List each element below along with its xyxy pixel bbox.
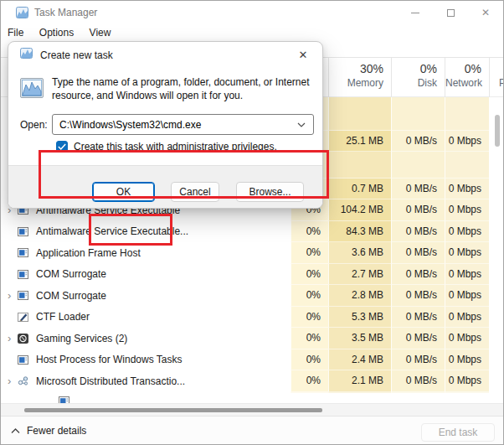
cpu-value: 0% xyxy=(291,328,328,349)
fewer-details-label: Fewer details xyxy=(27,425,86,437)
row-filler xyxy=(489,242,504,264)
process-name: COM Surrogate xyxy=(36,290,106,302)
cpu-value: 0% xyxy=(291,242,328,264)
process-name: Microsoft Distributed Transactio... xyxy=(36,375,185,387)
memory-value xyxy=(328,152,391,179)
process-name-cell: ›COM Surrogate xyxy=(1,285,291,307)
network-value xyxy=(445,392,489,393)
dialog-close-button[interactable]: ✕ xyxy=(291,44,316,65)
process-name: Application Frame Host xyxy=(36,247,141,259)
menu-options[interactable]: Options xyxy=(39,25,74,41)
cpu-value: 0% xyxy=(291,285,328,307)
process-row[interactable]: COM Surrogate0%2.7 MB0 MB/s0 Mbps xyxy=(1,264,504,286)
process-row[interactable] xyxy=(1,392,504,403)
maximize-button[interactable] xyxy=(436,1,465,24)
chevron-right-icon[interactable]: › xyxy=(1,375,18,387)
disk-value: 0 MB/s xyxy=(391,221,445,243)
disk-value: 0 MB/s xyxy=(391,264,445,286)
process-row[interactable]: CTF Loader0%5.3 MB0 MB/s0 Mbps xyxy=(1,307,504,329)
open-label: Open: xyxy=(20,119,48,131)
network-value: 0 Mbps xyxy=(445,131,489,152)
window-icon xyxy=(18,291,31,300)
cpu-value xyxy=(291,392,328,393)
column-header-memory[interactable]: 30% Memory xyxy=(328,58,391,97)
window-icon xyxy=(59,396,72,403)
footer-bar: Fewer details End task xyxy=(1,416,504,445)
disk-value: 0 MB/s xyxy=(391,199,445,221)
disk-value xyxy=(391,97,445,131)
process-row[interactable]: ›Microsoft Distributed Transactio...0%2.… xyxy=(1,370,504,392)
memory-value: 84.3 MB xyxy=(328,221,391,243)
window-icon xyxy=(18,270,31,279)
disk-value: 0 MB/s xyxy=(391,370,445,392)
cpu-value: 0% xyxy=(291,349,328,371)
network-value: 0 Mbps xyxy=(445,264,489,286)
chevron-right-icon[interactable]: › xyxy=(1,332,18,344)
network-value: 0 Mbps xyxy=(445,221,489,243)
process-name: CTF Loader xyxy=(36,311,90,323)
cpu-value: 0% xyxy=(291,307,328,329)
network-value: 0 Mbps xyxy=(445,328,489,349)
row-filler xyxy=(489,285,504,307)
row-filler xyxy=(489,221,504,243)
process-row[interactable]: ›Gaming Services (2)0%3.5 MB0 MB/s0 Mbps xyxy=(1,328,504,349)
process-name-cell: ›Gaming Services (2) xyxy=(1,328,291,349)
process-row[interactable]: Host Process for Windows Tasks0%2.4 MB0 … xyxy=(1,349,504,371)
process-name: Host Process for Windows Tasks xyxy=(36,354,183,365)
network-value: 0 Mbps xyxy=(445,179,489,199)
fewer-details-toggle[interactable]: Fewer details xyxy=(11,425,86,437)
column-header-power-partial[interactable]: P xyxy=(489,58,504,97)
end-task-button[interactable]: End task xyxy=(421,423,495,442)
cpu-value: 0% xyxy=(291,264,328,286)
minimize-button[interactable] xyxy=(401,1,429,24)
window-title: Task Manager xyxy=(34,7,97,18)
memory-value: 104.2 MB xyxy=(328,199,391,221)
horizontal-scrollbar-track[interactable] xyxy=(1,403,504,416)
highlight-box-input xyxy=(39,150,329,199)
memory-usage-total: 30% xyxy=(329,61,383,76)
row-filler xyxy=(489,152,504,179)
window-icon xyxy=(18,355,31,365)
memory-value: 2.4 MB xyxy=(328,349,391,371)
process-name-cell: Host Process for Windows Tasks xyxy=(1,349,291,371)
horizontal-scrollbar-thumb[interactable] xyxy=(24,408,322,412)
column-header-disk[interactable]: 0% Disk xyxy=(391,58,445,97)
menu-file[interactable]: File xyxy=(8,25,23,41)
open-input-value: C:\Windows\System32\cmd.exe xyxy=(59,119,201,131)
power-column-label: P xyxy=(499,76,504,90)
process-row[interactable]: Application Frame Host0%3.6 MB0 MB/s0 Mb… xyxy=(1,242,504,264)
close-icon: ✕ xyxy=(481,7,490,18)
chevron-right-icon[interactable]: › xyxy=(1,289,18,302)
cpu-value: 0% xyxy=(291,370,328,392)
process-name-cell xyxy=(1,392,291,403)
memory-value xyxy=(328,392,391,393)
process-row[interactable]: ›COM Surrogate0%2.8 MB0 MB/s0 Mbps xyxy=(1,285,504,307)
run-program-icon xyxy=(20,78,44,98)
chevron-down-icon[interactable] xyxy=(297,122,306,127)
process-name-cell: COM Surrogate xyxy=(1,264,291,286)
row-filler xyxy=(489,328,504,349)
dialog-description: Type the name of a program, folder, docu… xyxy=(52,75,320,102)
disk-value xyxy=(391,152,445,179)
memory-value: 2.7 MB xyxy=(328,264,391,286)
column-header-network[interactable]: 0% Network xyxy=(445,58,489,97)
dialog-task-manager-icon xyxy=(20,48,33,59)
task-manager-app-icon xyxy=(16,7,28,18)
disk-value: 0 MB/s xyxy=(391,328,445,349)
network-value xyxy=(445,97,489,131)
close-window-button[interactable]: ✕ xyxy=(471,1,500,24)
xbox-icon xyxy=(18,334,31,344)
maximize-icon xyxy=(447,9,455,17)
open-combobox[interactable]: C:\Windows\System32\cmd.exe xyxy=(52,114,314,135)
memory-value: 0.7 MB xyxy=(328,179,391,199)
process-row[interactable]: Antimalware Service Executable...0%84.3 … xyxy=(1,221,504,243)
task-manager-window: Task Manager ✕ File Options View 30% Mem… xyxy=(0,0,504,445)
process-name: Gaming Services (2) xyxy=(36,333,127,344)
menu-view[interactable]: View xyxy=(90,25,111,41)
memory-value: 2.1 MB xyxy=(328,370,391,392)
disk-value: 0 MB/s xyxy=(391,131,445,152)
window-icon xyxy=(18,227,31,236)
title-bar: Task Manager ✕ xyxy=(1,1,503,24)
disk-value: 0 MB/s xyxy=(391,285,445,307)
vertical-scrollbar[interactable] xyxy=(495,115,500,147)
